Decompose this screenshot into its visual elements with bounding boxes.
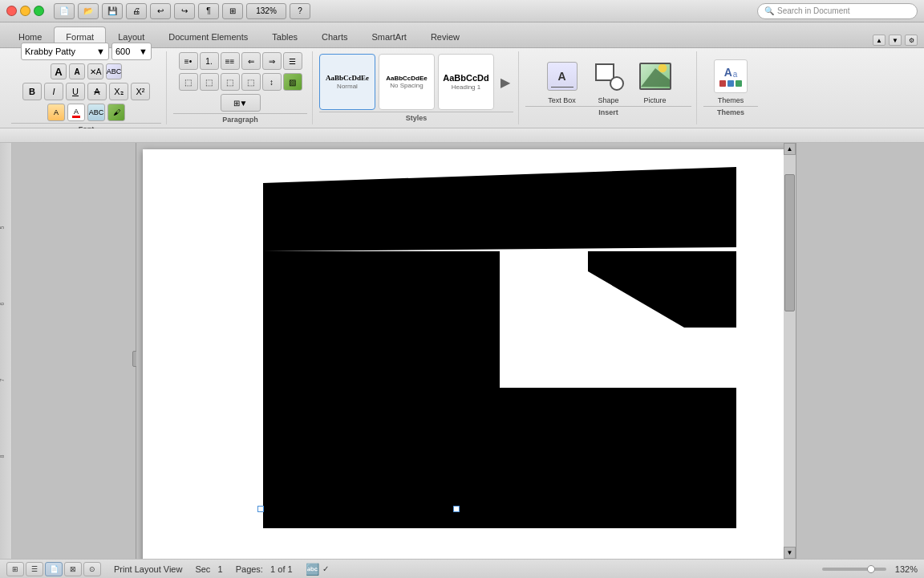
new-doc-icon[interactable]: 📄	[54, 3, 75, 19]
font-name-input[interactable]: Krabby Patty ▼	[21, 43, 109, 60]
view-btn-5[interactable]: ⊙	[83, 562, 101, 576]
style-normal-card[interactable]: AaBbCcDdEe Normal	[319, 54, 375, 110]
insert-section-title: Insert	[525, 106, 691, 116]
font-section: Krabby Patty ▼ 600 ▼ A A ✕A ABC B I U A …	[6, 51, 167, 124]
view-btn-4[interactable]: ⊠	[64, 562, 82, 576]
zoom-icon[interactable]: 132%	[246, 3, 286, 19]
insert-picture-item[interactable]: Picture	[635, 59, 675, 104]
align-center-btn[interactable]: ⬚	[200, 73, 219, 91]
tab-tables[interactable]: Tables	[260, 26, 310, 47]
section-label: Sec 1	[195, 564, 222, 574]
list-btns-row: ≡• 1. ≡≡ ⇐ ⇒ ☰	[179, 52, 302, 70]
canvas-area[interactable]: ▲ ▼	[136, 143, 796, 559]
align-right-btn[interactable]: ⬚	[221, 73, 240, 91]
search-box[interactable]: 🔍 Search in Document	[757, 3, 918, 19]
toolbar-settings[interactable]: ⚙	[905, 35, 918, 46]
font-size-small-btn[interactable]: A	[69, 63, 85, 79]
scroll-track-vertical[interactable]	[784, 155, 796, 547]
view-btn-3[interactable]: 📄	[45, 562, 63, 576]
bold-btn[interactable]: B	[22, 83, 42, 100]
multi-list-btn[interactable]: ≡≡	[221, 52, 240, 70]
shape-label: Shape	[598, 96, 618, 104]
save-icon[interactable]: 💾	[102, 3, 123, 19]
selection-handle-bm[interactable]	[453, 506, 460, 512]
numbered-list-btn[interactable]: 1.	[200, 52, 219, 70]
styles-section: AaBbCcDdEe Normal AaBbCcDdEe No Spacing …	[314, 51, 519, 124]
shading-btn[interactable]: 🖌	[107, 104, 125, 121]
right-panel	[796, 143, 924, 559]
style-nospacing-preview: AaBbCcDdEe	[381, 75, 432, 83]
align-left-btn[interactable]: ⬚	[179, 73, 198, 91]
style-normal-label: Normal	[337, 83, 358, 90]
zoom-thumb[interactable]	[867, 565, 875, 573]
underline-btn[interactable]: U	[66, 83, 85, 100]
superscript-btn[interactable]: X²	[131, 83, 150, 100]
style-nospacing-card[interactable]: AaBbCcDdEe No Spacing	[379, 54, 435, 110]
toolbar-scroll-down[interactable]: ▼	[889, 35, 902, 46]
scroll-up-btn[interactable]: ▲	[784, 143, 796, 155]
highlight-color-btn[interactable]: A	[47, 104, 65, 121]
maximize-button[interactable]	[34, 6, 44, 16]
clear-format-btn[interactable]: ✕A	[87, 63, 103, 79]
list-style-btn[interactable]: ☰	[283, 52, 302, 70]
insert-textbox-item[interactable]: A Text Box	[542, 59, 582, 104]
zoom-slider[interactable]	[822, 568, 886, 571]
bullet-list-btn[interactable]: ≡•	[179, 52, 198, 70]
view-btn-1[interactable]: ⊞	[6, 562, 24, 576]
indent-dec-btn[interactable]: ⇐	[241, 52, 261, 70]
view-buttons: ⊞ ☰ 📄 ⊠ ⊙	[6, 562, 101, 576]
print-icon[interactable]: 🖨	[126, 3, 147, 19]
open-icon[interactable]: 📂	[78, 3, 99, 19]
font-name-row: Krabby Patty ▼ 600 ▼	[21, 43, 152, 60]
style-heading1-card[interactable]: AaBbCcDd Heading 1	[438, 54, 494, 110]
selection-handle-bl[interactable]	[257, 506, 264, 512]
border-btn[interactable]: ⊞▼	[221, 94, 261, 112]
help-icon[interactable]: ?	[290, 3, 310, 19]
style-heading1-preview: AaBbCcDd	[440, 73, 492, 83]
scroll-down-btn[interactable]: ▼	[784, 547, 796, 559]
view-toggle-icon[interactable]: ⊞	[222, 3, 243, 19]
themes-item[interactable]: A a Themes	[714, 59, 748, 104]
abc-format-btn[interactable]: ABC	[106, 63, 122, 79]
toolbar-scroll-up[interactable]: ▲	[873, 35, 886, 46]
tab-document-elements[interactable]: Document Elements	[156, 26, 260, 47]
style-heading1-label: Heading 1	[452, 83, 480, 91]
ruler: 1 2 3 4 5 6 7	[0, 128, 924, 143]
align-justify-btn[interactable]: ⬚	[241, 73, 261, 91]
borders-row: ⊞▼	[221, 94, 261, 112]
indent-inc-btn[interactable]: ⇒	[262, 52, 282, 70]
svg-marker-2	[263, 167, 736, 251]
svg-marker-7	[588, 328, 736, 388]
minimize-button[interactable]	[20, 6, 30, 16]
text-highlight-btn[interactable]: ABC	[87, 104, 105, 121]
tab-review[interactable]: Review	[419, 26, 472, 47]
view-label: Print Layout View	[114, 564, 182, 574]
style-scroll-btn[interactable]: ▶	[497, 58, 513, 106]
scroll-thumb-vertical[interactable]	[784, 174, 795, 311]
subscript-btn[interactable]: X₂	[109, 83, 128, 100]
paragraph-section-title: Paragraph	[173, 113, 307, 124]
para-shading-btn[interactable]: ▨	[283, 73, 302, 91]
close-button[interactable]	[6, 6, 17, 16]
picture-label: Picture	[643, 96, 666, 104]
paragraph-mark-icon[interactable]: ¶	[198, 3, 219, 19]
font-color-btn[interactable]: A	[67, 104, 85, 121]
pages-label: Pages: 1 of 1	[236, 564, 293, 574]
redo-icon[interactable]: ↪	[174, 3, 195, 19]
italic-btn[interactable]: I	[44, 83, 63, 100]
shape-icon	[592, 59, 626, 93]
insert-shape-item[interactable]: Shape	[589, 59, 629, 104]
spellcheck-indicator: 🔤 ✓	[306, 563, 329, 576]
style-cards-container: AaBbCcDdEe Normal AaBbCcDdEe No Spacing …	[319, 54, 513, 110]
toolbar: Krabby Patty ▼ 600 ▼ A A ✕A ABC B I U A …	[0, 48, 924, 128]
tab-charts[interactable]: Charts	[310, 26, 359, 47]
font-size-large-btn[interactable]: A	[51, 63, 67, 79]
svg-rect-6	[500, 251, 588, 388]
search-area: 🔍 Search in Document	[757, 3, 918, 19]
tab-smartart[interactable]: SmartArt	[359, 26, 418, 47]
view-btn-2[interactable]: ☰	[26, 562, 43, 576]
line-spacing-btn[interactable]: ↕	[262, 73, 282, 91]
font-size-input[interactable]: 600 ▼	[111, 43, 152, 60]
strikethrough-btn[interactable]: A	[87, 83, 107, 100]
undo-icon[interactable]: ↩	[150, 3, 171, 19]
